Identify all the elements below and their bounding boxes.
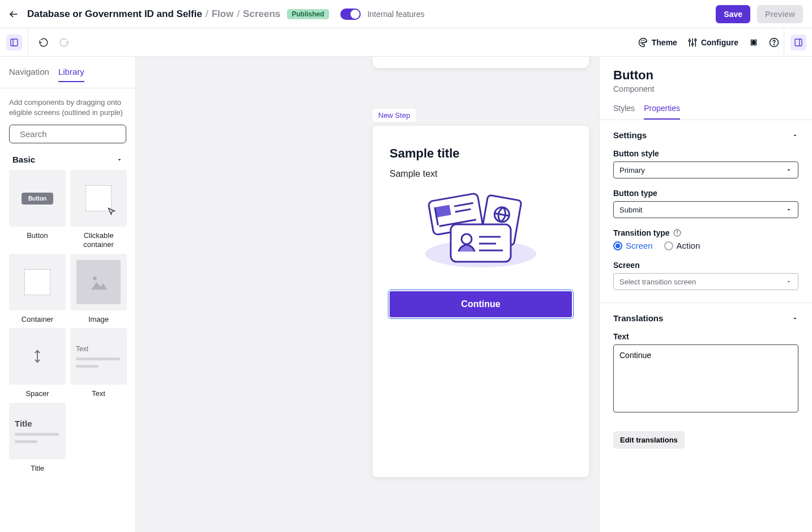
section-settings-header[interactable]: Settings (613, 130, 798, 140)
info-icon[interactable] (673, 229, 681, 237)
lib-label-text: Text (92, 389, 105, 398)
internal-features-toggle[interactable] (340, 8, 361, 20)
button-type-select[interactable]: Submit (613, 201, 798, 218)
thumb-text-label: Text (76, 345, 127, 353)
translation-text-label: Text (613, 332, 798, 341)
status-badge: Published (287, 9, 328, 19)
transition-type-label: Transition type (613, 228, 670, 237)
svg-point-3 (644, 40, 644, 40)
toolbar: Theme Configure (0, 28, 812, 57)
thumb-button-preview: Button (22, 193, 53, 205)
button-type-value: Submit (619, 206, 642, 214)
section-translations-label: Translations (613, 313, 663, 323)
button-style-label: Button style (613, 149, 798, 158)
library-search[interactable] (9, 125, 126, 143)
main: Navigation Library Add components by dra… (0, 57, 812, 532)
screen-label: Screen (613, 261, 798, 270)
canvas[interactable]: New Step Sample title Sample text (136, 57, 599, 532)
undo-icon[interactable] (39, 37, 49, 48)
right-panel-toggle[interactable] (790, 35, 806, 50)
help-icon[interactable] (769, 37, 779, 48)
button-type-label: Button type (613, 189, 798, 198)
lib-item-button[interactable]: Button Button (9, 170, 66, 249)
edit-translations-button[interactable]: Edit translations (613, 431, 685, 449)
svg-point-8 (689, 40, 690, 41)
breadcrumb-screens[interactable]: Screens (243, 8, 280, 20)
preview-button: Preview (757, 5, 803, 23)
translation-text-input[interactable] (613, 344, 798, 412)
radio-screen[interactable]: Screen (613, 241, 653, 250)
theme-label: Theme (652, 38, 677, 47)
configure-button[interactable]: Configure (687, 37, 738, 48)
screen-card[interactable]: Sample title Sample text (373, 126, 589, 477)
prev-screen-peek (373, 57, 589, 68)
breadcrumb-sep-1: / (206, 8, 208, 20)
lib-label-clickable-container: Clickable container (70, 231, 127, 249)
screen-select-value: Select transition screen (619, 278, 696, 286)
internal-features-label: Internal features (367, 10, 425, 19)
section-settings: Settings Button style Primary Button typ… (600, 120, 812, 303)
tab-navigation[interactable]: Navigation (9, 67, 49, 82)
lib-label-image: Image (88, 315, 109, 324)
lib-item-spacer[interactable]: Spacer (9, 328, 66, 398)
save-button[interactable]: Save (716, 5, 750, 23)
lib-item-text[interactable]: Text Text (70, 328, 127, 398)
sidebar-tabs: Navigation Library (0, 57, 135, 88)
section-translations-header[interactable]: Translations (613, 313, 798, 323)
theme-button[interactable]: Theme (638, 37, 677, 48)
breadcrumb-flow[interactable]: Flow (212, 8, 234, 20)
screen-select[interactable]: Select transition screen (613, 273, 798, 290)
section-settings-label: Settings (613, 130, 647, 140)
screen-title: Sample title (390, 146, 572, 161)
keyboard-shortcut-icon[interactable] (749, 37, 759, 48)
svg-point-19 (93, 276, 97, 280)
step-tag[interactable]: New Step (373, 109, 416, 122)
lib-label-button: Button (27, 231, 48, 240)
svg-point-6 (640, 42, 641, 43)
lib-item-clickable-container[interactable]: Clickable container (70, 170, 127, 249)
breadcrumb: Database or Government ID and Selfie / F… (27, 8, 280, 20)
lib-label-spacer: Spacer (25, 389, 49, 398)
svg-point-14 (773, 44, 774, 45)
search-input[interactable] (20, 129, 127, 139)
section-basic-header[interactable]: Basic (0, 151, 135, 170)
back-arrow-icon[interactable] (7, 7, 20, 21)
tab-styles[interactable]: Styles (613, 104, 635, 120)
svg-point-10 (691, 43, 693, 45)
tab-properties[interactable]: Properties (644, 104, 680, 120)
breadcrumb-sep-2: / (237, 8, 240, 20)
redo-icon[interactable] (59, 37, 69, 48)
transition-type-radios: Screen Action (613, 241, 798, 250)
button-style-select[interactable]: Primary (613, 161, 798, 178)
left-panel-toggle[interactable] (6, 35, 22, 50)
breadcrumb-title: Database or Government ID and Selfie (27, 8, 202, 20)
button-style-value: Primary (619, 166, 645, 175)
component-type: Component (613, 84, 798, 93)
thumb-title-label: Title (15, 419, 66, 428)
svg-point-40 (677, 231, 677, 232)
left-panel-toggle-wrap (0, 28, 28, 56)
screen-body-text: Sample text (390, 169, 572, 179)
lib-item-title[interactable]: Title Title (9, 403, 66, 473)
radio-action[interactable]: Action (664, 241, 700, 250)
undo-redo-group (28, 37, 79, 48)
section-basic-label: Basic (12, 155, 35, 164)
tab-library[interactable]: Library (58, 67, 84, 82)
left-sidebar: Navigation Library Add components by dra… (0, 57, 136, 532)
continue-button[interactable]: Continue (390, 291, 572, 317)
toolbar-right: Theme Configure (638, 28, 784, 56)
svg-point-5 (642, 40, 642, 41)
top-bar: Database or Government ID and Selfie / F… (0, 0, 812, 28)
rs-tabs: Styles Properties (600, 98, 812, 120)
section-translations: Translations Text Edit translations (600, 303, 812, 462)
svg-rect-15 (795, 39, 802, 46)
lib-label-title: Title (31, 464, 44, 473)
right-panel-toggle-wrap (784, 28, 812, 56)
rs-heading: Button Component (600, 57, 812, 98)
svg-point-12 (695, 39, 696, 41)
lib-item-image[interactable]: Image (70, 254, 127, 324)
lib-item-container[interactable]: Container (9, 254, 66, 324)
lib-label-container: Container (22, 315, 53, 324)
configure-label: Configure (701, 38, 738, 47)
id-documents-illustration (390, 191, 572, 271)
